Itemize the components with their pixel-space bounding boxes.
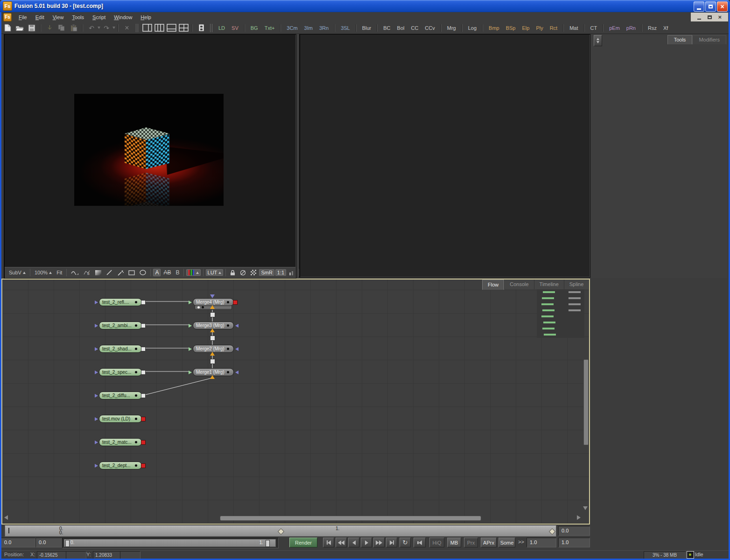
new-comp-icon[interactable]: [2, 23, 13, 33]
zoom-level-selector[interactable]: 100%: [33, 269, 54, 276]
node-bg-input-icon[interactable]: [189, 371, 192, 374]
node-output-unrendered[interactable]: [141, 463, 146, 468]
tool-SV[interactable]: SV: [228, 23, 242, 33]
tab-console[interactable]: Console: [504, 280, 533, 289]
tool-CCv[interactable]: CCv: [421, 23, 438, 33]
tab-timeline[interactable]: Timeline: [534, 280, 564, 289]
loop-button[interactable]: ↻: [400, 538, 411, 547]
layout-split-left-icon[interactable]: [141, 23, 153, 33]
node-test-2-spec[interactable]: test_2_spec...: [99, 368, 142, 376]
merge1-fg-input-icon[interactable]: [210, 375, 215, 379]
mdi-restore-button[interactable]: [708, 15, 712, 19]
menu-edit[interactable]: Edit: [31, 14, 49, 21]
panel-spinner[interactable]: [594, 35, 602, 46]
tool-Rsz[interactable]: Rsz: [645, 23, 660, 33]
copy-icon[interactable]: [56, 23, 67, 33]
render-button[interactable]: Render: [289, 538, 317, 547]
node-output-unrendered[interactable]: [141, 440, 146, 445]
undo-history-chevron[interactable]: [98, 27, 100, 29]
node-test-2-matc[interactable]: test_2_matc...: [99, 438, 142, 446]
left-viewer[interactable]: SubV 100% Fit B A AB B LUT SmR 1:1 Merge…: [4, 34, 296, 279]
node-input-icon[interactable]: [95, 347, 98, 351]
tool-3Rn[interactable]: 3Rn: [316, 23, 332, 33]
flow-view[interactable]: test_2_refl.... test_2_ambi... test_2_sh…: [1, 279, 590, 525]
range-end-marker[interactable]: [549, 528, 555, 535]
node-output[interactable]: [141, 300, 146, 305]
tool-Bol[interactable]: Bol: [394, 23, 408, 33]
merge3-fg-input-icon[interactable]: [210, 329, 215, 332]
node-output[interactable]: [141, 323, 146, 328]
menu-script[interactable]: Script: [88, 14, 110, 21]
step-size-button[interactable]: >>: [518, 539, 524, 545]
save-comp-icon[interactable]: [26, 23, 37, 33]
playback-speed-field[interactable]: 1.0: [526, 538, 556, 547]
tool-3Cm[interactable]: 3Cm: [283, 23, 301, 33]
tool-3Im[interactable]: 3Im: [301, 23, 316, 33]
tool-Txt[interactable]: Txt+: [261, 23, 278, 33]
lut-selector[interactable]: LUT: [206, 269, 224, 276]
fit-button[interactable]: Fit: [55, 269, 64, 276]
merge4-fg-input-icon[interactable]: [210, 305, 215, 309]
node-input-icon[interactable]: [95, 301, 98, 304]
toolbar-grip[interactable]: [210, 24, 212, 32]
minimize-button[interactable]: [694, 1, 704, 12]
smooth-resize-button[interactable]: SmR: [259, 269, 274, 276]
roi-icon[interactable]: [238, 269, 248, 276]
goto-start-button[interactable]: [323, 538, 334, 547]
rectangle-tool-icon[interactable]: [126, 270, 137, 276]
tab-flow[interactable]: Flow: [482, 280, 504, 290]
one-to-one-button[interactable]: 1:1: [275, 269, 286, 276]
titlebar[interactable]: Fs Fusion 5.01 build 30 - [test.comp] ×: [0, 0, 730, 12]
tool-Log[interactable]: Log: [465, 23, 480, 33]
play-reverse-button[interactable]: [348, 538, 359, 547]
node-test-2-diffu[interactable]: test_2_diffu...: [99, 392, 142, 399]
pipe-connector[interactable]: [210, 359, 215, 364]
wand-tool-icon[interactable]: [115, 269, 126, 276]
node-mask-input-icon[interactable]: [235, 347, 239, 351]
delete-icon[interactable]: ×: [121, 23, 133, 33]
insert-icon[interactable]: [44, 23, 55, 33]
hiq-toggle[interactable]: HiQ: [429, 538, 444, 547]
tool-LD[interactable]: LD: [215, 23, 228, 33]
node-input-icon[interactable]: [95, 324, 98, 328]
paste-icon[interactable]: [68, 23, 79, 33]
pipe-connector[interactable]: [210, 336, 215, 341]
channel-alpha-overlay-button[interactable]: AB: [161, 269, 173, 276]
menu-tools[interactable]: Tools: [68, 14, 88, 21]
node-bg-input-icon[interactable]: [189, 301, 192, 304]
open-comp-icon[interactable]: [14, 23, 25, 33]
node-output[interactable]: [141, 347, 146, 351]
gradient-tool-icon[interactable]: [93, 270, 103, 276]
current-frame-field[interactable]: 0.0: [1, 538, 35, 547]
proxy-toggle[interactable]: Prx: [464, 538, 478, 547]
range-slider[interactable]: 0. 1.: [62, 538, 279, 548]
menu-window[interactable]: Window: [110, 14, 136, 21]
ellipse-tool-icon[interactable]: [138, 269, 148, 276]
tool-Bmp[interactable]: Bmp: [485, 23, 503, 33]
step-forward-button[interactable]: [373, 538, 385, 547]
lock-display-icon[interactable]: [228, 269, 237, 276]
tool-Xf[interactable]: Xf: [660, 23, 671, 33]
range-start-handle[interactable]: [65, 540, 70, 547]
tool-BG[interactable]: BG: [247, 23, 261, 33]
node-bg-input-icon[interactable]: [189, 324, 192, 328]
node-test-2-shad[interactable]: test_2_shad...: [99, 345, 142, 353]
channel-blue-button[interactable]: B: [174, 269, 181, 276]
node-output-unrendered[interactable]: [233, 300, 238, 305]
redo-history-chevron[interactable]: [112, 27, 115, 29]
channel-stripes-selector[interactable]: [186, 269, 200, 276]
current-time-marker[interactable]: [278, 528, 284, 535]
channel-rgb-button[interactable]: A: [153, 269, 161, 276]
range-end-handle[interactable]: [266, 540, 270, 547]
tool-Blur[interactable]: Blur: [359, 23, 375, 33]
range-track[interactable]: 0. 1.: [64, 539, 276, 547]
tool-pRn[interactable]: pRn: [623, 23, 639, 33]
node-output[interactable]: [141, 370, 146, 375]
menu-file[interactable]: File: [14, 14, 31, 21]
global-end-field[interactable]: 1.0: [558, 538, 590, 547]
line-tool-icon[interactable]: [104, 269, 114, 276]
tab-modifiers[interactable]: Modifiers: [692, 35, 726, 44]
pipe-connector[interactable]: [210, 312, 215, 317]
goto-end-button[interactable]: [386, 538, 397, 547]
node-input-icon[interactable]: [95, 464, 98, 468]
